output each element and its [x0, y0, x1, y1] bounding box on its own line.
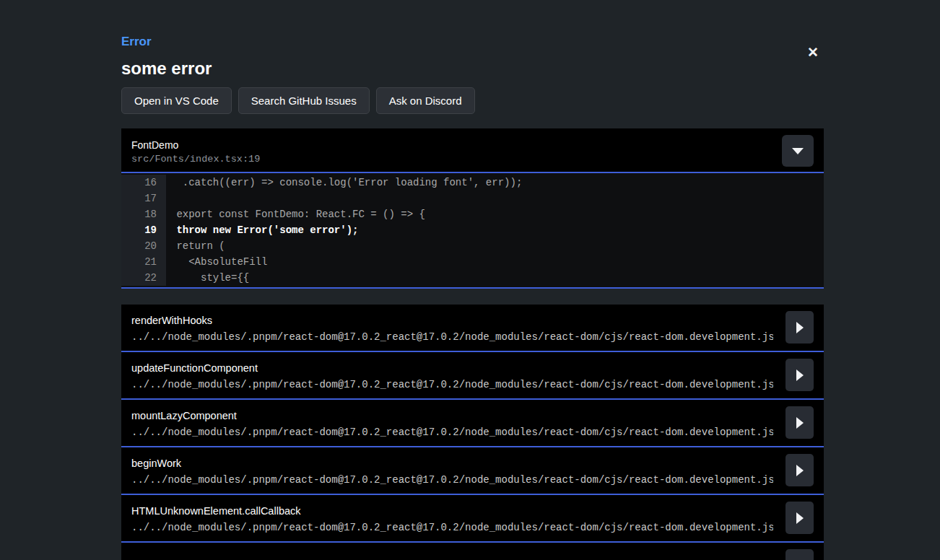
line-number: 21 [121, 254, 166, 270]
line-number: 20 [121, 238, 166, 254]
line-source [166, 191, 824, 206]
code-frame: FontDemo src/Fonts/index.tsx:19 16 .catc… [121, 128, 824, 289]
expand-frame-button[interactable] [785, 549, 814, 560]
triangle-right-icon [796, 322, 804, 333]
line-source: throw new Error('some error'); [166, 222, 824, 238]
expand-frame-button[interactable] [785, 359, 814, 391]
code-snippet: 16 .catch((err) => console.log('Error lo… [121, 173, 824, 289]
triangle-right-icon [796, 369, 804, 381]
collapse-frame-button[interactable] [782, 135, 814, 167]
code-line-error: 19 throw new Error('some error'); [121, 222, 824, 238]
stack-frame-updatefunctioncomponent[interactable]: updateFunctionComponent ../../node_modul… [121, 352, 824, 400]
line-source: export const FontDemo: React.FC = () => … [166, 206, 824, 222]
error-overlay: { "overlay": { "kicker": "Error", "title… [0, 0, 940, 560]
error-overlay-content: Error some error Open in VS Code Search … [121, 0, 824, 560]
search-github-issues-button[interactable]: Search GitHub Issues [238, 87, 370, 114]
stack-function-name: mountLazyComponent [131, 409, 773, 422]
code-line: 18 export const FontDemo: React.FC = () … [121, 206, 824, 222]
stack-location: ../../node_modules/.pnpm/react-dom@17.0.… [131, 521, 773, 534]
stack-frame-mountlazycomponent[interactable]: mountLazyComponent ../../node_modules/.p… [121, 400, 824, 447]
stack-frame-htmlunknownelement-callcallback[interactable]: HTMLUnknownElement.callCallback ../../no… [121, 495, 824, 543]
line-source: .catch((err) => console.log('Error loadi… [166, 175, 824, 191]
stack-location: ../../node_modules/.pnpm/react-dom@17.0.… [131, 426, 773, 439]
line-source: <AbsoluteFill [166, 254, 824, 270]
error-type-label: Error [121, 35, 824, 49]
action-buttons: Open in VS Code Search GitHub Issues Ask… [121, 87, 824, 114]
line-number: 18 [121, 206, 166, 222]
stack-frame-beginwork[interactable]: beginWork ../../node_modules/.pnpm/react… [121, 447, 824, 495]
stack-function-name: renderWithHooks [131, 314, 773, 327]
frame-location: src/Fonts/index.tsx:19 [131, 153, 814, 166]
line-number: 17 [121, 191, 166, 206]
stack-trace-list: renderWithHooks ../../node_modules/.pnpm… [121, 305, 824, 560]
code-line: 16 .catch((err) => console.log('Error lo… [121, 175, 824, 191]
code-line: 22 style={{ [121, 270, 824, 286]
stack-location: ../../node_modules/.pnpm/react-dom@17.0.… [131, 473, 773, 486]
stack-frame-renderwithhooks[interactable]: renderWithHooks ../../node_modules/.pnpm… [121, 305, 824, 352]
open-in-vscode-button[interactable]: Open in VS Code [121, 87, 232, 114]
expand-frame-button[interactable] [785, 454, 814, 486]
line-number: 22 [121, 270, 166, 286]
code-frame-header[interactable]: FontDemo src/Fonts/index.tsx:19 [121, 128, 824, 173]
code-line: 21 <AbsoluteFill [121, 254, 824, 270]
expand-frame-button[interactable] [785, 311, 814, 344]
stack-location: ../../node_modules/.pnpm/react-dom@17.0.… [131, 331, 773, 344]
stack-location: ../../node_modules/.pnpm/react-dom@17.0.… [131, 378, 773, 391]
triangle-down-icon [792, 148, 804, 154]
stack-function-name: HTMLUnknownElement.callCallback [131, 504, 773, 517]
code-line: 17 [121, 191, 824, 206]
error-message-title: some error [121, 58, 824, 79]
expand-frame-button[interactable] [785, 502, 814, 534]
frame-function-name: FontDemo [131, 139, 814, 152]
ask-on-discord-button[interactable]: Ask on Discord [376, 87, 475, 114]
triangle-right-icon [796, 512, 804, 524]
code-line: 20 return ( [121, 238, 824, 254]
triangle-right-icon [796, 417, 804, 429]
line-number: 16 [121, 175, 166, 191]
stack-function-name: updateFunctionComponent [131, 362, 773, 375]
stack-function-name: beginWork [131, 457, 773, 470]
stack-frame-partial[interactable] [121, 543, 824, 560]
triangle-right-icon [796, 465, 804, 476]
line-source: style={{ [166, 270, 824, 286]
line-number: 19 [121, 222, 166, 238]
expand-frame-button[interactable] [785, 406, 814, 439]
line-source: return ( [166, 238, 824, 254]
